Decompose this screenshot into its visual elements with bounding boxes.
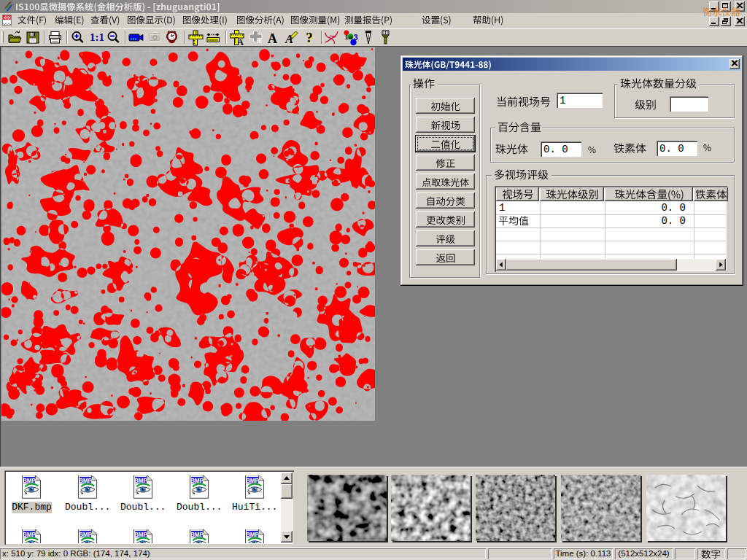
svg-text:BMP: BMP [134,478,148,484]
svg-text:1:1: 1:1 [90,31,104,43]
svg-text:A: A [268,31,277,46]
svg-text:BMP: BMP [23,478,36,484]
svg-text:BMP: BMP [246,478,260,484]
svg-text:BMP: BMP [79,532,93,538]
svg-text:?: ? [306,30,313,45]
svg-text:BMP: BMP [134,532,148,538]
svg-text:BMP: BMP [246,532,260,538]
svg-text:DOC: DOC [3,16,11,20]
svg-text:BMP: BMP [23,532,36,538]
svg-text:BMP: BMP [79,478,93,484]
svg-text:BMP: BMP [190,532,204,538]
svg-text:BMP: BMP [190,478,204,484]
svg-text:A: A [237,37,244,47]
